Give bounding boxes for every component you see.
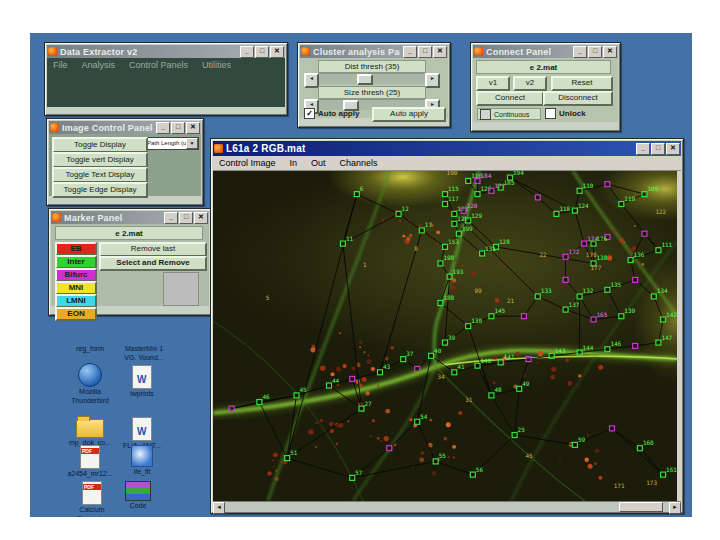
menu-item-in[interactable]: In bbox=[290, 158, 298, 168]
menu-item-analysis[interactable]: Analysis bbox=[82, 60, 116, 70]
marker-type-button-eon[interactable]: EON bbox=[55, 307, 97, 321]
scroll-right-arrow[interactable]: ► bbox=[669, 502, 681, 514]
image-marker[interactable] bbox=[521, 314, 526, 319]
slider-right-arrow[interactable]: ► bbox=[425, 73, 440, 88]
image-marker[interactable] bbox=[387, 446, 392, 451]
chevron-down-icon[interactable]: ▼ bbox=[186, 138, 198, 149]
close-button[interactable]: ✕ bbox=[194, 212, 208, 224]
marker-type-button-eb[interactable]: EB bbox=[55, 242, 97, 256]
data-extractor-titlebar[interactable]: Data Extractor v2 _ □ ✕ bbox=[47, 45, 285, 58]
image-control-titlebar[interactable]: Image Control Panel _ □ ✕ bbox=[49, 121, 201, 134]
image-annotation[interactable]: 173 bbox=[646, 479, 657, 486]
minimize-button[interactable]: _ bbox=[164, 212, 178, 224]
image-marker[interactable] bbox=[642, 231, 647, 236]
disconnect-button[interactable]: Disconnect bbox=[543, 91, 613, 106]
maximize-button[interactable]: □ bbox=[255, 46, 269, 58]
minimize-button[interactable]: _ bbox=[573, 46, 587, 58]
marker-panel-titlebar[interactable]: Marker Panel _ □ ✕ bbox=[51, 211, 209, 224]
close-button[interactable]: ✕ bbox=[666, 143, 680, 155]
close-button[interactable]: ✕ bbox=[186, 122, 200, 134]
toggle-display-button[interactable]: Toggle Display bbox=[52, 137, 148, 153]
slider-left-arrow[interactable]: ◄ bbox=[304, 73, 319, 88]
reset-button[interactable]: Reset bbox=[551, 76, 613, 91]
v2-button[interactable]: v2 bbox=[513, 76, 547, 91]
maximize-button[interactable]: □ bbox=[418, 46, 432, 58]
close-button[interactable]: ✕ bbox=[433, 46, 447, 58]
dist-thresh-slider[interactable]: ◄ ► bbox=[304, 73, 440, 84]
image-annotation[interactable]: 8 bbox=[414, 245, 418, 252]
image-annotation[interactable]: 99 bbox=[475, 287, 483, 294]
image-annotation[interactable]: 21 bbox=[507, 297, 515, 304]
image-annotation[interactable]: 45 bbox=[526, 452, 534, 459]
select-and-remove-button[interactable]: Select and Remove bbox=[99, 256, 207, 271]
remove-last-button[interactable]: Remove last bbox=[99, 242, 207, 257]
maximize-button[interactable]: □ bbox=[171, 122, 185, 134]
minimize-button[interactable]: _ bbox=[636, 143, 650, 155]
image-marker[interactable] bbox=[526, 357, 531, 362]
auto-apply-button[interactable]: Auto apply bbox=[372, 107, 446, 122]
horizontal-scrollbar[interactable]: ◄ ► bbox=[213, 501, 681, 512]
maximize-button[interactable]: □ bbox=[588, 46, 602, 58]
marker-type-button-bifurc[interactable]: Bifurc bbox=[55, 268, 97, 282]
v1-button[interactable]: v1 bbox=[476, 76, 510, 91]
image-annotation[interactable]: 171 bbox=[614, 482, 625, 489]
desktop-icon-mastermix-1[interactable]: MasterMix 1VG. Yound... bbox=[116, 345, 172, 362]
scroll-left-arrow[interactable]: ◄ bbox=[213, 502, 225, 514]
image-marker[interactable] bbox=[605, 182, 610, 187]
image-marker[interactable] bbox=[535, 195, 540, 200]
slider-thumb[interactable] bbox=[357, 74, 373, 85]
marker-type-button-inter[interactable]: Inter bbox=[55, 255, 97, 269]
continuous-checkbox[interactable] bbox=[480, 109, 491, 120]
image-annotation[interactable]: 22 bbox=[539, 251, 547, 258]
desktop-icon-iwprints[interactable]: Wiwprints bbox=[114, 365, 170, 398]
menu-item-utilities[interactable]: Utilities bbox=[202, 60, 231, 70]
minimize-button[interactable]: _ bbox=[240, 46, 254, 58]
image-marker[interactable] bbox=[610, 426, 615, 431]
minimize-button[interactable]: _ bbox=[156, 122, 170, 134]
marker-type-button-mni[interactable]: MNI bbox=[55, 281, 97, 295]
image-annotation[interactable]: 177 bbox=[591, 264, 602, 271]
display-mode-dropdown[interactable]: Path Length (unweigh ▼ bbox=[145, 137, 199, 150]
image-annotation[interactable]: 190 bbox=[447, 171, 458, 176]
image-marker[interactable] bbox=[633, 277, 638, 282]
menu-item-control-image[interactable]: Control Image bbox=[219, 158, 276, 168]
unlock-checkbox[interactable] bbox=[545, 108, 556, 119]
connect-button[interactable]: Connect bbox=[476, 91, 544, 106]
desktop-icon-reg-form[interactable]: reg_form bbox=[62, 345, 118, 353]
close-button[interactable]: ✕ bbox=[270, 46, 284, 58]
image-annotation[interactable]: 170 bbox=[586, 251, 597, 258]
menu-item-control-panels[interactable]: Control Panels bbox=[129, 60, 188, 70]
maximize-button[interactable]: □ bbox=[651, 143, 665, 155]
image-marker[interactable] bbox=[633, 343, 638, 348]
cluster-panel-titlebar[interactable]: Cluster analysis Panel _ □ ✕ bbox=[300, 45, 448, 58]
image-marker[interactable] bbox=[229, 406, 234, 411]
toggle-vert-display-button[interactable]: Toggle vert Display bbox=[52, 152, 148, 168]
image-marker[interactable] bbox=[563, 277, 568, 282]
image-annotation[interactable]: 5 bbox=[266, 294, 270, 301]
menu-item-out[interactable]: Out bbox=[311, 158, 326, 168]
menu-item-channels[interactable]: Channels bbox=[340, 158, 378, 168]
close-button[interactable]: ✕ bbox=[603, 46, 617, 58]
microscopy-image[interactable]: 6121711815433744454627513431115116190184… bbox=[213, 171, 677, 501]
image-annotation[interactable]: 1 bbox=[363, 261, 367, 268]
image-annotation[interactable]: 122 bbox=[655, 208, 666, 215]
image-annotation[interactable]: 31 bbox=[465, 396, 473, 403]
image-marker[interactable] bbox=[415, 367, 420, 372]
desktop-icon-mozilla[interactable]: MozillaThunderbird bbox=[62, 363, 118, 405]
minimize-button[interactable]: _ bbox=[403, 46, 417, 58]
menu-item-file[interactable]: File bbox=[53, 60, 68, 70]
scroll-thumb[interactable] bbox=[619, 502, 663, 512]
image-annotation[interactable]: 34 bbox=[437, 373, 445, 380]
desktop-icon-code[interactable]: Code bbox=[110, 481, 166, 510]
image-marker[interactable] bbox=[350, 376, 355, 381]
auto-apply-checkbox[interactable]: ✓ bbox=[304, 108, 315, 119]
connect-panel-titlebar[interactable]: Connect Panel _ □ ✕ bbox=[473, 45, 618, 58]
toggle-text-display-button[interactable]: Toggle Text Display bbox=[52, 167, 148, 183]
desktop-icon-mp-dok-co-[interactable]: mp_dok_co... bbox=[62, 419, 118, 447]
toggle-edge-display-button[interactable]: Toggle Edge Display bbox=[52, 182, 148, 198]
marker-type-button-lmni[interactable]: LMNI bbox=[55, 294, 97, 308]
desktop-icon-a2454-mr12-[interactable]: PDFa2454_mr12... bbox=[62, 445, 118, 478]
maximize-button[interactable]: □ bbox=[179, 212, 193, 224]
viewer-titlebar[interactable]: L61a 2 RGB.mat _ □ ✕ bbox=[213, 141, 681, 156]
desktop-icon-ife-fit[interactable]: ife_fit bbox=[114, 445, 170, 476]
